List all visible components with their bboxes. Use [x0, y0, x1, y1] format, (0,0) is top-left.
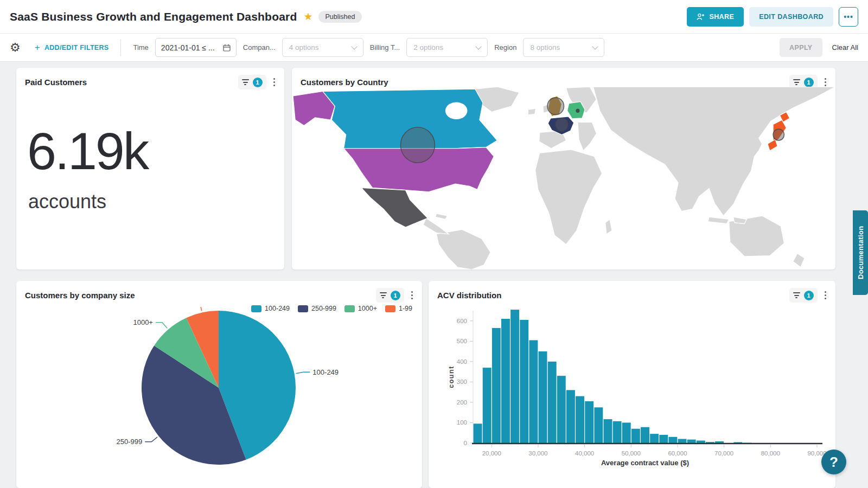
- hist-bar[interactable]: [613, 421, 622, 443]
- hist-bar[interactable]: [622, 422, 631, 443]
- hist-bar[interactable]: [668, 437, 677, 443]
- region-filter-select[interactable]: 8 options: [523, 38, 604, 57]
- world-map[interactable]: [292, 87, 835, 269]
- region-filter-label: Region: [494, 43, 516, 52]
- pie-slice-label: 1-99: [177, 307, 191, 307]
- hist-bar[interactable]: [585, 401, 593, 443]
- app-header: SaaS Business Growth and Engagement Dash…: [0, 0, 868, 34]
- y-tick-label: 0: [464, 440, 467, 446]
- kpi-unit: accounts: [28, 190, 284, 213]
- hist-bar[interactable]: [576, 396, 584, 443]
- time-filter-value: 2021-01-01 ≤ ...: [161, 43, 215, 52]
- hist-bar[interactable]: [529, 340, 538, 443]
- hist-bar[interactable]: [520, 320, 528, 443]
- x-axis-title: Average contract value ($): [601, 459, 689, 467]
- chevron-down-icon: [351, 43, 357, 49]
- y-tick-label: 300: [457, 378, 467, 385]
- hist-bar[interactable]: [483, 368, 492, 443]
- hist-bar[interactable]: [501, 319, 510, 443]
- billing-filter-label: Billing T...: [370, 43, 400, 52]
- divider: [120, 40, 121, 56]
- hist-bar[interactable]: [650, 434, 659, 443]
- hist-bar[interactable]: [594, 407, 603, 443]
- pie-chart[interactable]: 100-249250-9991000+1-99: [16, 307, 422, 488]
- chevron-down-icon: [592, 43, 598, 49]
- y-tick-label: 200: [457, 399, 467, 406]
- acv-distribution-card: ACV distribution 1 010020030040050060020…: [429, 281, 835, 488]
- time-filter-input[interactable]: 2021-01-01 ≤ ...: [155, 38, 237, 57]
- country-mexico: [361, 188, 427, 227]
- filter-icon: [793, 79, 800, 85]
- filter-count-badge: 1: [804, 78, 814, 87]
- hist-bar[interactable]: [678, 439, 687, 443]
- card-title: Customers by Country: [301, 78, 388, 87]
- billing-filter-select[interactable]: 2 options: [406, 38, 488, 57]
- time-filter-label: Time: [133, 43, 148, 52]
- pie-slice-label: 100-249: [312, 368, 339, 376]
- kpi-value: 6.19k: [27, 121, 284, 182]
- hist-bar[interactable]: [715, 441, 724, 443]
- hist-bar[interactable]: [631, 429, 640, 443]
- billing-filter-value: 2 options: [413, 43, 443, 52]
- paid-customers-card: Paid Customers 1 6.19k accounts: [16, 68, 284, 269]
- hist-bar[interactable]: [510, 310, 519, 443]
- card-title: Customers by company size: [25, 291, 135, 300]
- hist-bar[interactable]: [492, 328, 501, 443]
- apply-button[interactable]: APPLY: [780, 38, 822, 57]
- add-edit-filters-label: ADD/EDIT FILTERS: [44, 44, 108, 52]
- customers-by-country-card: Customers by Country 1: [292, 68, 835, 269]
- more-options-button[interactable]: •••: [839, 7, 858, 27]
- kebab-menu-icon[interactable]: [272, 76, 277, 89]
- favorite-star-icon[interactable]: ★: [303, 10, 312, 23]
- calendar-icon: [223, 44, 231, 52]
- widget-filter-chip[interactable]: 1: [376, 288, 404, 303]
- x-tick-label: 80,000: [761, 450, 780, 457]
- documentation-tab[interactable]: Documentation: [853, 210, 868, 295]
- widget-filter-chip[interactable]: 1: [238, 75, 266, 89]
- card-title: Paid Customers: [25, 78, 87, 87]
- clear-all-button[interactable]: Clear All: [832, 43, 858, 52]
- hist-bar[interactable]: [566, 390, 575, 443]
- pie-slice-label: 1000+: [133, 318, 153, 326]
- add-edit-filters-button[interactable]: + ADD/EDIT FILTERS: [35, 42, 109, 53]
- hist-bar[interactable]: [697, 440, 705, 443]
- edit-dashboard-button[interactable]: EDIT DASHBOARD: [749, 7, 833, 27]
- y-axis-title: count: [448, 365, 455, 388]
- hist-bar[interactable]: [474, 423, 482, 443]
- company-filter-select[interactable]: 4 options: [282, 38, 363, 57]
- share-user-icon: [697, 13, 705, 21]
- hist-bar[interactable]: [557, 376, 566, 443]
- help-button[interactable]: ?: [821, 450, 846, 474]
- x-tick-label: 50,000: [622, 450, 641, 457]
- pie-slice-label: 250-999: [117, 438, 143, 446]
- filter-icon: [242, 79, 249, 85]
- hist-bar[interactable]: [539, 351, 547, 443]
- x-tick-label: 60,000: [668, 450, 687, 457]
- company-filter-value: 4 options: [289, 43, 319, 52]
- hist-bar[interactable]: [659, 435, 668, 443]
- status-badge: Published: [318, 11, 362, 23]
- filter-icon: [380, 292, 387, 298]
- hist-bar[interactable]: [548, 362, 557, 443]
- gear-icon[interactable]: ⚙: [10, 42, 21, 54]
- filter-bar: ⚙ + ADD/EDIT FILTERS Time 2021-01-01 ≤ .…: [0, 34, 868, 62]
- hist-bar[interactable]: [603, 419, 612, 443]
- filter-count-badge: 1: [391, 291, 400, 300]
- hist-bar[interactable]: [706, 442, 714, 443]
- y-tick-label: 400: [457, 358, 467, 365]
- share-button[interactable]: SHARE: [687, 7, 744, 27]
- x-tick-label: 70,000: [714, 450, 733, 457]
- x-tick-label: 40,000: [575, 450, 594, 457]
- share-button-label: SHARE: [709, 13, 734, 21]
- chevron-down-icon: [476, 43, 482, 49]
- y-tick-label: 600: [457, 318, 467, 324]
- filter-count-badge: 1: [253, 78, 263, 87]
- y-tick-label: 500: [457, 338, 467, 344]
- country-japan: [768, 139, 777, 151]
- hist-bar[interactable]: [687, 440, 696, 443]
- map-base-land: [423, 87, 835, 269]
- hist-bar[interactable]: [641, 427, 649, 443]
- histogram-chart[interactable]: 010020030040050060020,00030,00040,00050,…: [429, 281, 835, 488]
- customers-by-company-size-card: Customers by company size 1 100-249250-9…: [16, 281, 422, 488]
- kebab-menu-icon[interactable]: [410, 289, 415, 302]
